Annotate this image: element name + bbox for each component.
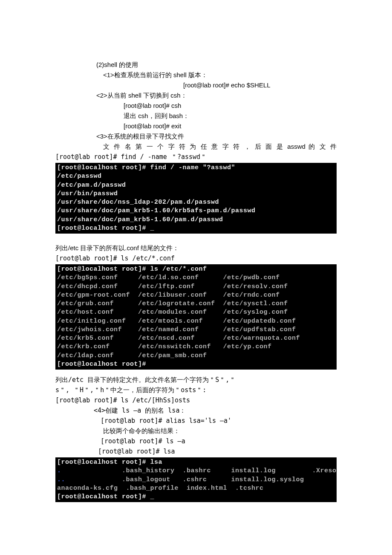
terminal-text: [root@localhost root]# find / -name "?as… [57, 164, 256, 232]
terminal-prompt-line: [root@localhost root]# ls /etc/*.conf [57, 266, 207, 273]
terminal-output-ls-conf: [root@localhost root]# ls /etc/*.conf /e… [55, 264, 337, 370]
step-4-command-lsa1: [root@lab root]# ls –a [55, 436, 337, 446]
step-4-label: <4>创建 ls –a 的别名 lsa： [55, 405, 337, 416]
terminal-dotdot: .. [57, 476, 65, 483]
step-3-desc: 文 件 名 第 一 个 字 符 为 任 意 字 符 ， 后 面 是 asswd … [55, 142, 337, 152]
step-3-command: [root@lab root]# find / -name ＂?asswd＂ [55, 152, 337, 162]
terminal-row3: anaconda-ks.cfg .bash_profile index.html… [57, 485, 264, 492]
terminal-lsa-prompt: [root@localhost root]# lsa [57, 459, 162, 466]
terminal-lsa-end: [root@localhost root]# _ [57, 493, 154, 500]
hosts-block: 列出/etc 目录下的特定文件。此文件名第一个字符为＂S＂,＂ s＂, ＂H＂,… [55, 375, 337, 457]
terminal-output-find: [root@localhost root]# find / -name "?as… [55, 163, 337, 234]
list-conf-desc: 列出/etc 目录下的所有以.conf 结尾的文件： [55, 243, 337, 253]
list-conf-command: [root@lab root]# ls /etc/*.conf [55, 253, 337, 263]
step-2-label: <2>从当前 shell 下切换到 csh： [55, 90, 337, 101]
hosts-command: [root@lab root]# ls /etc/[HhSs]osts [55, 395, 337, 405]
step-1-command: [root@lab root]# echo $SHELL [55, 80, 337, 90]
terminal-output-lsa: [root@localhost root]# lsa . .bash_histo… [55, 457, 337, 502]
hosts-line1: 列出/etc 目录下的特定文件。此文件名第一个字符为＂S＂,＂ [55, 375, 337, 385]
terminal-row2: .bash_logout .cshrc install.log.syslog [65, 476, 304, 483]
step-3-label: <3>在系统的根目录下寻找文件 [55, 131, 337, 142]
section-shell-usage: (2)shell 的使用 <1>检查系统当前运行的 shell 版本： [roo… [55, 60, 337, 162]
terminal-prompt-end: [root@localhost root]# [57, 361, 146, 368]
step-1-label: <1>检查系统当前运行的 shell 版本： [55, 70, 337, 80]
document-page: (2)shell 的使用 <1>检查系统当前运行的 shell 版本： [roo… [0, 0, 392, 541]
terminal-file-list: /etc/bg5ps.conf /etc/ld.so.conf /etc/pwd… [57, 274, 300, 359]
section-title: (2)shell 的使用 [55, 60, 337, 70]
step-2-command-csh: [root@lab root]# csh [55, 101, 337, 111]
terminal-row1: .bash_history .bashrc install.log .Xreso… [61, 467, 337, 474]
step-2-note: 退出 csh，回到 bash： [55, 111, 337, 121]
step-2-command-exit: [root@lab root]# exit [55, 121, 337, 131]
hosts-line2: s＂, ＂H＂,＂h＂中之一，后面的字符为＂osts＂: [55, 385, 337, 395]
step-4-command-lsa2: [root@lab root]# lsa [55, 446, 337, 457]
step-4-command-alias: [root@lab root]# alias lsa='ls –a' [55, 416, 337, 426]
terminal-dot: . [57, 467, 61, 474]
list-conf-block: 列出/etc 目录下的所有以.conf 结尾的文件： [root@lab roo… [55, 243, 337, 263]
step-4-note: 比较两个命令的输出结果： [55, 426, 337, 436]
